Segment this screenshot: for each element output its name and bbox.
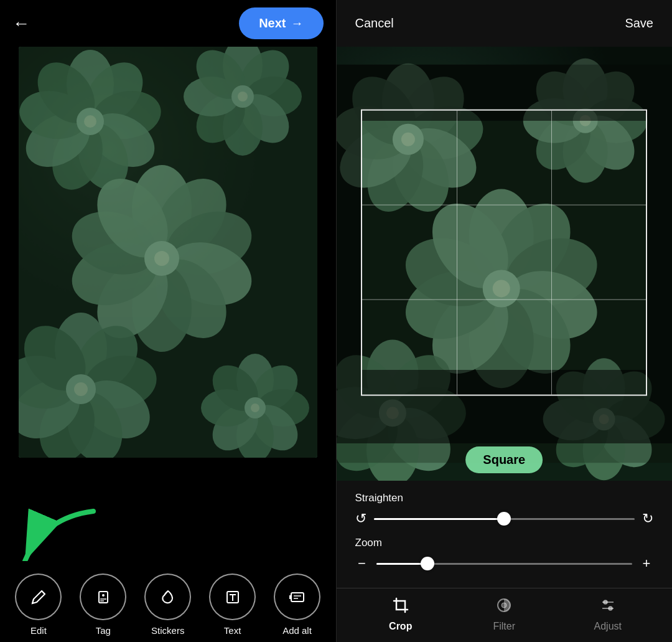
- svg-point-58: [102, 594, 105, 597]
- controls-area: Straighten ↺ ↻ Zoom − +: [337, 481, 673, 588]
- left-panel: ← Next →: [0, 0, 336, 642]
- text-label: Text: [224, 625, 241, 636]
- rotate-right-icon[interactable]: ↻: [642, 511, 653, 527]
- cancel-button[interactable]: Cancel: [355, 16, 394, 31]
- edit-icon: [15, 574, 62, 620]
- square-badge[interactable]: Square: [465, 446, 543, 473]
- right-panel: Cancel Save: [337, 0, 673, 642]
- right-header: Cancel Save: [337, 0, 673, 47]
- stickers-label: Stickers: [151, 625, 184, 636]
- tag-label: Tag: [96, 625, 111, 636]
- svg-rect-64: [291, 593, 304, 602]
- zoom-label: Zoom: [355, 537, 654, 549]
- crop-grid-v2: [551, 110, 552, 394]
- stickers-icon: [144, 574, 191, 620]
- straighten-label: Straighten: [355, 492, 654, 504]
- left-image-area: [19, 47, 317, 458]
- zoom-fill: [376, 563, 427, 565]
- next-label: Next: [259, 16, 286, 31]
- tab-adjust[interactable]: Adjust: [556, 597, 660, 632]
- zoom-thumb[interactable]: [421, 557, 434, 570]
- crop-image-area[interactable]: Square: [337, 47, 673, 481]
- crop-overlay-left: [337, 121, 362, 370]
- zoom-track[interactable]: [376, 563, 633, 565]
- straighten-fill: [374, 518, 505, 520]
- straighten-thumb[interactable]: [497, 512, 511, 526]
- tool-text[interactable]: Text: [209, 574, 256, 636]
- zoom-slider-container: − +: [355, 555, 654, 572]
- tag-icon: [80, 574, 126, 620]
- next-arrow-icon: →: [291, 16, 304, 31]
- filter-tab-label: Filter: [493, 621, 515, 632]
- tool-stickers[interactable]: Stickers: [144, 574, 191, 636]
- tab-crop[interactable]: Crop: [349, 597, 453, 632]
- left-photo: [19, 47, 317, 458]
- rotate-left-icon[interactable]: ↺: [355, 511, 366, 527]
- crop-grid-h2: [362, 300, 646, 300]
- zoom-minus-icon[interactable]: −: [355, 555, 369, 572]
- svg-point-126: [604, 600, 607, 604]
- svg-rect-55: [19, 47, 317, 458]
- crop-frame[interactable]: [361, 109, 647, 395]
- tab-filter[interactable]: Filter: [452, 597, 556, 632]
- add-alt-icon: [274, 574, 320, 620]
- tool-edit[interactable]: Edit: [15, 574, 62, 636]
- svg-rect-122: [396, 601, 405, 610]
- filter-icon: [496, 597, 512, 617]
- straighten-slider-container: ↺ ↻: [355, 511, 654, 527]
- straighten-track[interactable]: [374, 518, 635, 520]
- save-button[interactable]: Save: [625, 16, 653, 31]
- zoom-control: Zoom − +: [355, 537, 654, 572]
- adjust-tab-label: Adjust: [594, 621, 622, 632]
- bottom-tabs: Crop Filter Adjust: [337, 588, 673, 642]
- svg-point-124: [502, 603, 506, 608]
- crop-overlay-right: [647, 121, 672, 370]
- left-header: ← Next →: [0, 0, 336, 47]
- crop-grid-v1: [457, 110, 457, 394]
- next-button[interactable]: Next →: [239, 7, 323, 39]
- straighten-control: Straighten ↺ ↻: [355, 492, 654, 527]
- adjust-icon: [600, 597, 616, 617]
- text-icon: [209, 574, 256, 620]
- tool-tag[interactable]: Tag: [80, 574, 126, 636]
- add-alt-label: Add alt: [282, 625, 312, 636]
- crop-grid-h1: [362, 205, 646, 205]
- svg-point-128: [609, 607, 612, 610]
- back-button[interactable]: ←: [12, 14, 30, 34]
- crop-tab-label: Crop: [389, 621, 412, 632]
- crop-icon: [393, 597, 409, 617]
- tool-add-alt[interactable]: Add alt: [274, 574, 320, 636]
- zoom-plus-icon[interactable]: +: [640, 555, 653, 572]
- edit-label: Edit: [30, 625, 47, 636]
- bottom-toolbar: Edit Tag Stickers: [0, 561, 336, 642]
